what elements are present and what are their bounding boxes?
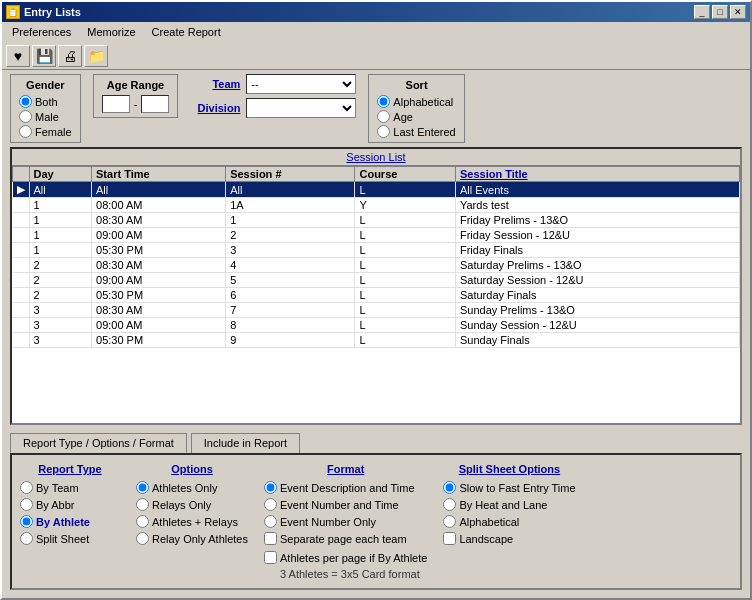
report-by-athlete-label[interactable]: By Athlete	[20, 515, 120, 528]
table-row[interactable]: 109:00 AM2LFriday Session - 12&U	[13, 228, 740, 243]
table-row[interactable]: 205:30 PM6LSaturday Finals	[13, 288, 740, 303]
table-row[interactable]: 309:00 AM8LSunday Session - 12&U	[13, 318, 740, 333]
tab-include-report[interactable]: Include in Report	[191, 433, 300, 453]
opt-athletes-only-label[interactable]: Athletes Only	[136, 481, 248, 494]
fmt-separate-page-label[interactable]: Separate page each team	[264, 532, 427, 545]
report-by-team-radio[interactable]	[20, 481, 33, 494]
age-min-input[interactable]	[102, 95, 130, 113]
sort-group: Sort Alphabetical Age Last Entered	[368, 74, 464, 143]
ss-heat-lane-radio[interactable]	[443, 498, 456, 511]
cell-day: 1	[29, 198, 92, 213]
cell-session: 1A	[226, 198, 355, 213]
gender-female-label[interactable]: Female	[19, 125, 72, 138]
tab-report-type[interactable]: Report Type / Options / Format	[10, 433, 187, 453]
fmt-event-num-time-label[interactable]: Event Number and Time	[264, 498, 427, 511]
report-split-sheet-label[interactable]: Split Sheet	[20, 532, 120, 545]
ss-slow-fast-text: Slow to Fast Entry Time	[459, 482, 575, 494]
gender-male-text: Male	[35, 111, 59, 123]
table-row[interactable]: 105:30 PM3LFriday Finals	[13, 243, 740, 258]
table-row[interactable]: 108:30 AM1LFriday Prelims - 13&O	[13, 213, 740, 228]
division-filter-select[interactable]	[246, 98, 356, 118]
fmt-event-num-only-radio[interactable]	[264, 515, 277, 528]
gender-male-radio[interactable]	[19, 110, 32, 123]
fmt-event-desc-radio[interactable]	[264, 481, 277, 494]
col-session: Session #	[226, 167, 355, 182]
opt-relay-only-athletes-label[interactable]: Relay Only Athletes	[136, 532, 248, 545]
session-table-wrapper[interactable]: Day Start Time Session # Course Session …	[12, 166, 740, 423]
session-table-head: Day Start Time Session # Course Session …	[13, 167, 740, 182]
report-by-team-label[interactable]: By Team	[20, 481, 120, 494]
sort-age-label[interactable]: Age	[377, 110, 455, 123]
ss-alpha-radio[interactable]	[443, 515, 456, 528]
menu-create-report[interactable]: Create Report	[146, 24, 227, 40]
split-sheet-title: Split Sheet Options	[443, 463, 575, 475]
arrow-cell	[13, 213, 30, 228]
minimize-button[interactable]: _	[694, 5, 710, 19]
opt-athletes-relays-label[interactable]: Athletes + Relays	[136, 515, 248, 528]
heart-button[interactable]: ♥	[6, 45, 30, 67]
sort-last-text: Last Entered	[393, 126, 455, 138]
cell-course: L	[355, 258, 456, 273]
table-row[interactable]: 305:30 PM9LSunday Finals	[13, 333, 740, 348]
report-by-abbr-label[interactable]: By Abbr	[20, 498, 120, 511]
arrow-cell: ▶	[13, 182, 30, 198]
opt-athletes-relays-radio[interactable]	[136, 515, 149, 528]
sort-age-radio[interactable]	[377, 110, 390, 123]
table-row[interactable]: 108:00 AM1AYYards test	[13, 198, 740, 213]
cell-course: L	[355, 288, 456, 303]
ss-heat-lane-label[interactable]: By Heat and Lane	[443, 498, 575, 511]
arrow-cell	[13, 333, 30, 348]
sort-alpha-radio[interactable]	[377, 95, 390, 108]
opt-athletes-only-radio[interactable]	[136, 481, 149, 494]
fmt-event-num-time-radio[interactable]	[264, 498, 277, 511]
fmt-athletes-per-page-checkbox[interactable]	[264, 551, 277, 564]
ss-heat-lane-text: By Heat and Lane	[459, 499, 547, 511]
cell-title: Saturday Prelims - 13&O	[455, 258, 739, 273]
report-by-athlete-radio[interactable]	[20, 515, 33, 528]
split-sheet-section: Split Sheet Options Slow to Fast Entry T…	[443, 463, 575, 580]
options-title: Options	[136, 463, 248, 475]
print-button[interactable]: 🖨	[58, 45, 82, 67]
fmt-separate-page-checkbox[interactable]	[264, 532, 277, 545]
save-button[interactable]: 💾	[32, 45, 56, 67]
opt-athletes-relays-text: Athletes + Relays	[152, 516, 238, 528]
gender-female-radio[interactable]	[19, 125, 32, 138]
ss-slow-fast-radio[interactable]	[443, 481, 456, 494]
table-row[interactable]: ▶AllAllAllLAll Events	[13, 182, 740, 198]
gender-female-text: Female	[35, 126, 72, 138]
fmt-athletes-per-page-label[interactable]: Athletes per page if By Athlete	[264, 551, 427, 564]
team-filter-select[interactable]: --	[246, 74, 356, 94]
table-row[interactable]: 308:30 AM7LSunday Prelims - 13&O	[13, 303, 740, 318]
session-table-header-row: Day Start Time Session # Course Session …	[13, 167, 740, 182]
sort-last-label[interactable]: Last Entered	[377, 125, 455, 138]
gender-both-radio[interactable]	[19, 95, 32, 108]
cell-session: 7	[226, 303, 355, 318]
table-row[interactable]: 209:00 AM5LSaturday Session - 12&U	[13, 273, 740, 288]
opt-relay-only-athletes-radio[interactable]	[136, 532, 149, 545]
ss-landscape-label[interactable]: Landscape	[443, 532, 575, 545]
menu-memorize[interactable]: Memorize	[81, 24, 141, 40]
fmt-event-num-only-label[interactable]: Event Number Only	[264, 515, 427, 528]
close-button[interactable]: ✕	[730, 5, 746, 19]
sort-alpha-label[interactable]: Alphabetical	[377, 95, 455, 108]
session-table: Day Start Time Session # Course Session …	[12, 166, 740, 348]
gender-male-label[interactable]: Male	[19, 110, 72, 123]
ss-alpha-label[interactable]: Alphabetical	[443, 515, 575, 528]
fmt-event-desc-label[interactable]: Event Description and Time	[264, 481, 427, 494]
table-row[interactable]: 208:30 AM4LSaturday Prelims - 13&O	[13, 258, 740, 273]
gender-both-label[interactable]: Both	[19, 95, 72, 108]
filters-section: Team -- Division	[190, 74, 356, 118]
opt-relays-only-radio[interactable]	[136, 498, 149, 511]
age-max-input[interactable]	[141, 95, 169, 113]
maximize-button[interactable]: □	[712, 5, 728, 19]
ss-landscape-checkbox[interactable]	[443, 532, 456, 545]
ss-slow-fast-label[interactable]: Slow to Fast Entry Time	[443, 481, 575, 494]
folder-button[interactable]: 📁	[84, 45, 108, 67]
sort-last-radio[interactable]	[377, 125, 390, 138]
opt-relays-only-label[interactable]: Relays Only	[136, 498, 248, 511]
menu-preferences[interactable]: Preferences	[6, 24, 77, 40]
cell-title: Sunday Session - 12&U	[455, 318, 739, 333]
report-by-abbr-radio[interactable]	[20, 498, 33, 511]
report-split-sheet-radio[interactable]	[20, 532, 33, 545]
cell-session: 2	[226, 228, 355, 243]
